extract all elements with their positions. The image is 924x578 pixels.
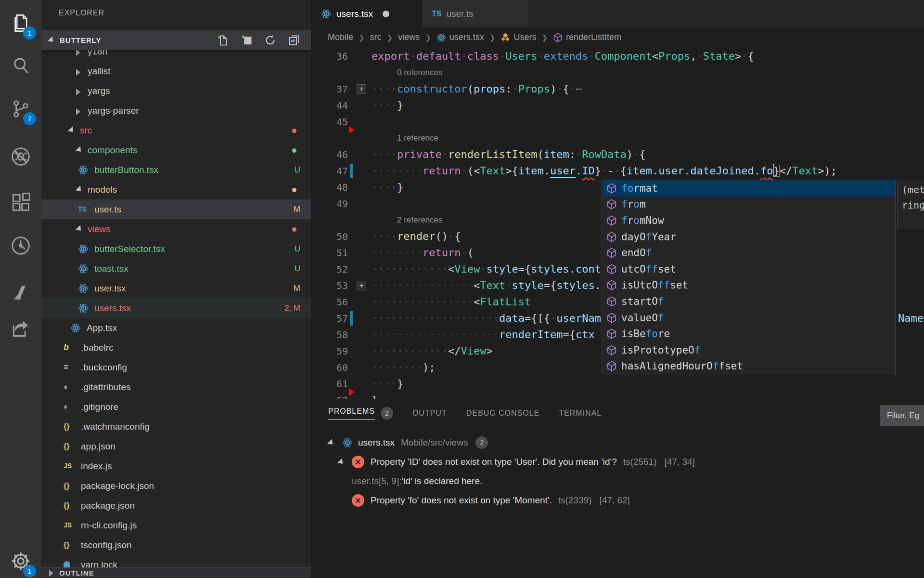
share-icon[interactable] bbox=[6, 314, 35, 343]
codelens[interactable]: 1 reference bbox=[311, 130, 924, 146]
tree-item-app-json[interactable]: {}app.json bbox=[41, 436, 311, 456]
breadcrumb-item-mobile[interactable]: Mobile bbox=[328, 32, 353, 42]
refresh-icon[interactable] bbox=[264, 34, 277, 47]
breadcrumb-item-src[interactable]: src bbox=[370, 32, 382, 42]
suggest-item-startOf[interactable]: startOf bbox=[602, 293, 895, 310]
code-line-44[interactable]: 44····} bbox=[311, 97, 924, 114]
problem-row[interactable]: ✕Property 'fo' does not exist on type 'M… bbox=[311, 491, 924, 510]
code-line-36[interactable]: 36export·default·class·Users·extends·Com… bbox=[311, 48, 924, 65]
suggest-item-fromNow[interactable]: fromNow bbox=[602, 212, 895, 229]
tab-output[interactable]: OUTPUT bbox=[412, 409, 447, 418]
suggest-item-valueOf[interactable]: valueOf bbox=[602, 310, 895, 326]
breadcrumb-item-views[interactable]: views bbox=[398, 32, 420, 42]
codelens-label[interactable]: 2 references bbox=[397, 212, 443, 228]
tree-item-app-tsx[interactable]: App.tsx bbox=[41, 318, 311, 338]
tab-debug-console[interactable]: DEBUG CONSOLE bbox=[466, 409, 540, 418]
code-line-46[interactable]: 46····private·renderListItem(item:·RowDa… bbox=[311, 146, 924, 163]
tree-item-package-lock-json[interactable]: {}package-lock.json bbox=[41, 476, 311, 496]
json-file-icon: {} bbox=[64, 535, 69, 555]
code-line-62[interactable]: 62} bbox=[311, 392, 924, 399]
codelens[interactable]: 0 references bbox=[311, 65, 924, 81]
tree-item--gitignore[interactable]: ♦.gitignore bbox=[41, 397, 311, 417]
method-icon bbox=[606, 313, 617, 323]
tree-item--babelrc[interactable]: b.babelrc bbox=[41, 338, 311, 357]
suggest-item-dayOfYear[interactable]: dayOfYear bbox=[602, 229, 895, 245]
tree-item-butterbutton-tsx[interactable]: butterButton.tsxU bbox=[41, 160, 311, 180]
breadcrumb-item-renderlistitem[interactable]: renderListItem bbox=[553, 32, 621, 42]
tree-item-index-js[interactable]: JSindex.js bbox=[41, 456, 311, 476]
unsaved-dot-icon[interactable] bbox=[383, 11, 389, 17]
explorer-icon[interactable]: 1 bbox=[6, 9, 35, 38]
json-file-icon: {} bbox=[64, 417, 69, 436]
collapse-all-icon[interactable] bbox=[287, 34, 300, 47]
fold-icon[interactable]: + bbox=[357, 281, 366, 290]
code-text: ············<View·style={styles.cont bbox=[372, 261, 601, 277]
tab-user-ts[interactable]: TS user.ts bbox=[422, 0, 528, 27]
extensions-icon[interactable] bbox=[6, 188, 35, 217]
tree-item-user-ts[interactable]: TSuser.tsM bbox=[41, 199, 311, 219]
code-line-61[interactable]: 61····} bbox=[311, 376, 924, 392]
suggest-item-isUtcOffset[interactable]: isUtcOffset bbox=[602, 277, 895, 294]
tree-item--gitattributes[interactable]: ♦.gitattributes bbox=[41, 377, 311, 397]
tree-item-package-json[interactable]: {}package.json bbox=[41, 496, 311, 515]
tree-item-label: package-lock.json bbox=[81, 476, 154, 496]
tab-terminal[interactable]: TERMINAL bbox=[559, 409, 602, 418]
debug-icon[interactable] bbox=[6, 142, 35, 171]
project-section-header[interactable]: BUTTERLY bbox=[41, 30, 311, 50]
outline-section[interactable]: OUTLINE bbox=[41, 567, 311, 578]
tree-item-yallist[interactable]: yallist bbox=[41, 61, 311, 81]
suggest-item-from[interactable]: from bbox=[602, 197, 895, 213]
tree-item-label: y18n bbox=[88, 50, 107, 61]
problems-file-row[interactable]: users.tsx Mobile/src/views 2 bbox=[311, 433, 924, 452]
git-status-dot bbox=[292, 188, 296, 192]
tree-item-src[interactable]: src bbox=[41, 120, 311, 140]
tree-item-butterselector-tsx[interactable]: butterSelector.tsxU bbox=[41, 239, 311, 259]
tree-item-models[interactable]: models bbox=[41, 180, 311, 199]
settings-gear-icon[interactable]: 1 bbox=[6, 547, 35, 576]
tree-item-toast-tsx[interactable]: toast.tsxU bbox=[41, 259, 311, 278]
azure-icon[interactable] bbox=[6, 278, 35, 307]
babel-file-icon: b bbox=[64, 338, 69, 357]
search-icon[interactable] bbox=[6, 51, 35, 80]
tree-item-components[interactable]: components bbox=[41, 140, 311, 160]
tree-item-rn-cli-config-js[interactable]: JSrn-cli.config.js bbox=[41, 515, 311, 535]
problems-filter-input[interactable] bbox=[880, 405, 924, 426]
suggest-item-utcOffset[interactable]: utcOffset bbox=[602, 261, 895, 277]
codelens-label[interactable]: 0 references bbox=[397, 65, 443, 81]
suggest-item-hasAlignedHourOffset[interactable]: hasAlignedHourOffset bbox=[602, 358, 895, 375]
tab-problems[interactable]: PROBLEMS 2 bbox=[328, 407, 393, 420]
tree-item--watchmanconfig[interactable]: {}.watchmanconfig bbox=[41, 417, 311, 436]
tree-item-user-tsx[interactable]: user.tsxM bbox=[41, 278, 311, 298]
new-folder-icon[interactable] bbox=[240, 33, 253, 47]
tree-item-yargs-parser[interactable]: yargs-parser bbox=[41, 101, 311, 120]
code-text: ················<Text·style={styles. bbox=[372, 277, 601, 294]
buck-file-icon: ≡ bbox=[64, 357, 69, 377]
tree-item--buckconfig[interactable]: ≡.buckconfig bbox=[41, 357, 311, 377]
new-file-icon[interactable] bbox=[216, 34, 229, 47]
breadcrumb-item-users.tsx[interactable]: users.tsx bbox=[436, 32, 484, 42]
suggest-item-isBefore[interactable]: isBefore bbox=[602, 326, 895, 342]
code-line-47[interactable]: 47········return·(<Text>{item.user.ID}·-… bbox=[311, 163, 924, 179]
tree-item-tsconfig-json[interactable]: {}tsconfig.json bbox=[41, 535, 311, 555]
codelens-label[interactable]: 1 reference bbox=[397, 130, 438, 146]
problem-position: [47, 62] bbox=[599, 495, 629, 506]
code-line-37[interactable]: 37+····constructor(props:·Props)·{·⋯ bbox=[311, 81, 924, 97]
tree-item-users-tsx[interactable]: users.tsx2, M bbox=[41, 298, 311, 318]
suggest-item-isPrototypeOf[interactable]: isPrototypeOf bbox=[602, 342, 895, 358]
tab-users-tsx[interactable]: users.tsx bbox=[311, 0, 422, 27]
problem-row[interactable]: ✕Property 'ID' does not exist on type 'U… bbox=[311, 452, 924, 472]
tree-item-yarn-lock[interactable]: yarn.lock bbox=[41, 555, 311, 568]
tree-item-y18n[interactable]: y18n bbox=[41, 50, 311, 61]
tree-item-yargs[interactable]: yargs bbox=[41, 81, 311, 101]
suggest-item-format[interactable]: format bbox=[602, 180, 895, 197]
git-status-dot bbox=[292, 129, 296, 133]
source-control-icon[interactable]: 7 bbox=[6, 94, 35, 123]
suggest-item-endOf[interactable]: endOf bbox=[602, 245, 895, 261]
tree-item-views[interactable]: views bbox=[41, 219, 311, 239]
fold-icon[interactable]: + bbox=[357, 84, 366, 94]
problem-related-row[interactable]: user.ts[5, 9]: 'id' is declared here. bbox=[311, 472, 924, 491]
code-line-45[interactable]: 45 bbox=[311, 114, 924, 130]
tree-item-label: .babelrc bbox=[81, 338, 114, 357]
breadcrumb-item-users[interactable]: Users bbox=[500, 32, 536, 42]
gitlens-icon[interactable] bbox=[6, 231, 35, 260]
